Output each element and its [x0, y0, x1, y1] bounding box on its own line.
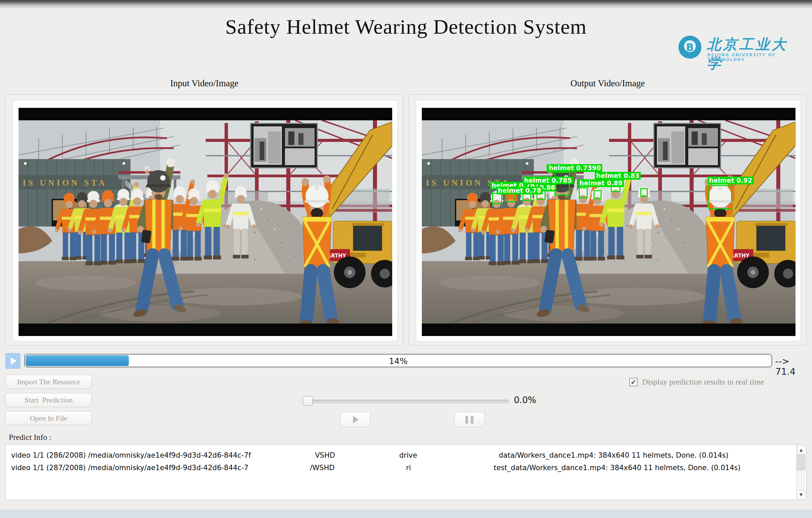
import-resource-button[interactable]: Import The Resource	[5, 375, 92, 389]
realtime-checkbox-label: Display prediction results in real time	[642, 377, 764, 387]
window-top-border	[0, 0, 812, 9]
input-panel-label: Input Video/Image	[5, 78, 403, 89]
progress-value: 14%	[25, 356, 772, 366]
fps-readout: --> 71.4	[775, 356, 812, 377]
output-video: helmet 0.760.86helmet 0.785helmet 0.78he…	[422, 108, 795, 336]
detection-box	[492, 193, 502, 204]
log-line: video 1/1 (286/2008) /media/omnisky/ae1e…	[6, 451, 806, 461]
detection-overlay: helmet 0.760.86helmet 0.785helmet 0.78he…	[422, 108, 795, 336]
play-icon	[353, 416, 358, 423]
resume-button[interactable]	[340, 412, 370, 427]
pause-button[interactable]	[454, 412, 485, 427]
play-icon	[11, 357, 17, 365]
input-video-frame	[12, 100, 398, 341]
university-name-en: BEIJING UNIVERSITY OF TECHNOLOGY	[707, 53, 795, 62]
output-panel-label: Output Video/Image	[409, 78, 807, 89]
pause-icon	[471, 416, 473, 424]
progress-bar: 14%	[24, 354, 772, 367]
slider-handle[interactable]	[303, 396, 313, 406]
detection-label: helmet 0.785	[523, 177, 573, 184]
start-prediction-button[interactable]: Start Prediction	[5, 393, 92, 407]
video-position-slider[interactable]	[303, 400, 509, 403]
check-icon: ✔	[631, 378, 636, 386]
scroll-down-icon[interactable]: ▼	[797, 490, 805, 499]
realtime-display-option: ✔ Display prediction results in real tim…	[629, 377, 764, 387]
input-video	[19, 108, 392, 336]
detection-box	[640, 188, 648, 197]
detection-label: helmet 0.89	[578, 179, 624, 187]
detection-label: helmet 0.83	[595, 172, 641, 180]
detection-label: helmet 0.92	[708, 177, 754, 184]
realtime-checkbox[interactable]: ✔	[629, 378, 638, 386]
play-stream-button[interactable]	[5, 353, 20, 369]
open-in-file-button[interactable]: Open In File	[5, 411, 92, 425]
university-badge-icon: B	[678, 36, 701, 59]
log-line: video 1/1 (287/2008) /media/omnisky/ae1e…	[6, 464, 806, 474]
app-window: { "app": { "title": "Safety Helmet Weari…	[0, 0, 812, 518]
slider-value: 0.0%	[514, 395, 536, 405]
input-video-panel	[5, 94, 403, 345]
detection-label: helmet 0.78	[497, 187, 543, 194]
pause-icon	[465, 416, 468, 424]
university-logo: B 北京工业大学 BEIJING UNIVERSITY OF TECHNOLOG…	[678, 35, 795, 62]
output-video-panel: helmet 0.760.86helmet 0.785helmet 0.78he…	[409, 94, 807, 345]
input-video-scene	[19, 108, 392, 336]
detection-box	[593, 190, 602, 200]
detection-label: helmet 0.7390	[547, 164, 602, 172]
detection-box	[708, 185, 732, 209]
output-video-frame: helmet 0.760.86helmet 0.785helmet 0.78he…	[416, 100, 801, 341]
predict-log[interactable]: ▲ ▼ video 1/1 (286/2008) /media/omnisky/…	[5, 444, 807, 500]
predict-info-label: Predict Info :	[9, 433, 52, 442]
window-bottom-border	[0, 510, 812, 518]
detection-box	[579, 187, 588, 198]
